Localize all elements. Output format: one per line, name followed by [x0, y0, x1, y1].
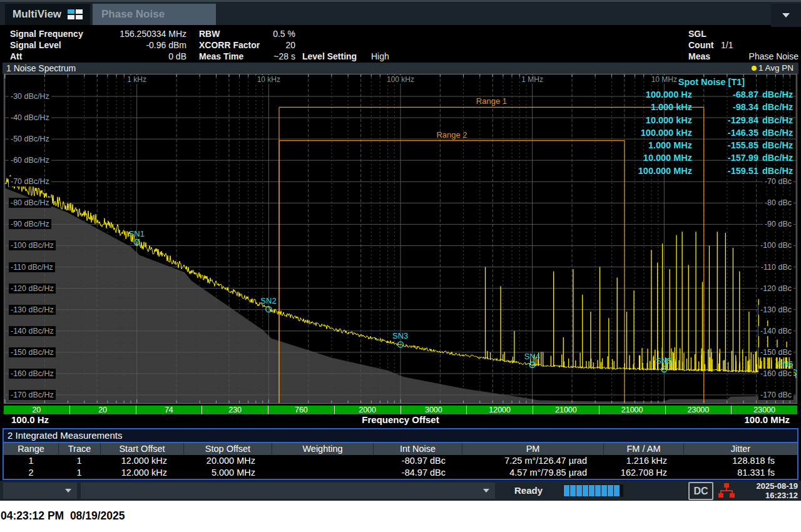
progress-segment	[564, 485, 569, 496]
integrated-table-cell: 162.708 Hz	[603, 467, 683, 479]
caption-text: 04:23:12 PM 08/19/2025	[1, 509, 125, 523]
top-frequency-label: 1 kHz	[126, 75, 148, 84]
integrated-col-header: Int Noise	[373, 443, 462, 455]
y-axis-label-left: -90 dBc/Hz	[9, 219, 51, 229]
spot-noise-row: 1.000 kHz-98.34dBc/Hz	[626, 101, 797, 113]
y-axis-label-right: -100 dBc	[758, 240, 793, 250]
noise-spectrum-titlebar[interactable]: 1 Noise Spectrum 1 Avg PN	[3, 63, 798, 74]
spot-noise-row: 10.000 MHz-157.99dBc/Hz	[626, 151, 797, 164]
spot-noise-offset: 100.000 Hz	[626, 88, 692, 101]
spot-noise-unit: dBc/Hz	[758, 139, 793, 151]
y-axis-label-right: -120 dBc	[758, 284, 793, 294]
spot-noise-title: Spot Noise [T1]	[626, 76, 797, 88]
xcorr-segment: 3000	[400, 406, 467, 414]
integrated-table-cell: 4.57 m°/79.85 µrad	[462, 467, 603, 479]
status-dropdown-left[interactable]	[3, 483, 77, 499]
spot-noise-unit: dBc/Hz	[758, 165, 793, 177]
integrated-table-cell	[272, 467, 373, 479]
att-value[interactable]: 0 dB	[94, 51, 186, 62]
y-axis-label-left: -160 dBc/Hz	[9, 369, 56, 379]
multiview-grid-icon	[68, 9, 83, 19]
xcorr-segment-bar: 2020742307602000300012000210002100023000…	[4, 406, 797, 414]
status-dropdown-main[interactable]	[81, 483, 495, 499]
chevron-down-icon	[483, 489, 489, 493]
top-frequency-label: 1 MHz	[520, 75, 544, 84]
y-axis-label-left: -40 dBc/Hz	[9, 113, 51, 123]
y-axis-label-left: -100 dBc/Hz	[9, 240, 56, 250]
chevron-down-icon	[65, 489, 71, 493]
y-axis-label-left: -170 dBc/Hz	[9, 390, 56, 400]
top-frequency-label: 100 kHz	[385, 75, 416, 84]
dc-coupling-indicator[interactable]: DC	[688, 482, 713, 500]
rbw-label: RBW	[199, 29, 220, 39]
integrated-table-cell: -80.97 dBc	[373, 455, 462, 467]
integrated-table-row[interactable]: 1112.000 kHz20.000 MHz-80.97 dBc7.25 m°/…	[4, 455, 797, 467]
integrated-table-cell: 7.25 m°/126.47 µrad	[462, 455, 603, 467]
xcorr-segment: 230	[202, 406, 268, 414]
progress-segment	[570, 485, 576, 496]
tab-phase-noise[interactable]: Phase Noise	[93, 4, 216, 25]
spot-noise-unit: dBc/Hz	[758, 114, 793, 126]
y-axis-label-left: -150 dBc/Hz	[9, 347, 56, 357]
integrated-col-header: Stop Offset	[183, 443, 272, 455]
spot-noise-offset: 10.000 MHz	[626, 151, 692, 164]
integrated-measurements-title: 2 Integrated Measurements	[4, 429, 797, 443]
level-setting-value[interactable]: High	[371, 51, 389, 62]
count-label: Count	[688, 40, 713, 51]
tab-multiview-label: MultiView	[13, 8, 61, 21]
meas-time-label: Meas Time	[199, 51, 243, 62]
integrated-col-header: FM / AM	[603, 443, 683, 455]
xcorr-factor-value[interactable]: 20	[238, 40, 295, 51]
rbw-value[interactable]: 0.5 %	[238, 29, 295, 39]
x-axis-stop-value: 100.0 MHz	[744, 414, 790, 425]
meas-value: Phase Noise	[711, 51, 798, 62]
integrated-table-cell: 128.818 fs	[683, 455, 797, 467]
att-label: Att	[10, 51, 22, 62]
integrated-table-cell: 1.216 kHz	[603, 455, 683, 467]
signal-level-value[interactable]: -0.96 dBm	[94, 40, 186, 51]
progress-segment	[583, 485, 588, 496]
integrated-measurements-window[interactable]: 2 Integrated Measurements RangeTraceStar…	[3, 428, 798, 480]
y-axis-label-right: -110 dBc	[759, 262, 793, 272]
signal-level-label: Signal Level	[10, 40, 61, 51]
integrated-table-cell	[272, 455, 373, 467]
status-date: 2025-08-19	[757, 481, 798, 491]
integrated-table-row[interactable]: 2112.000 kHz5.000 MHz-84.97 dBc4.57 m°/7…	[4, 467, 797, 479]
xcorr-segment: 20	[4, 406, 69, 414]
integrated-col-header: Start Offset	[100, 443, 183, 455]
spot-marker-label: SN1	[129, 229, 145, 238]
caption-strip: 04:23:12 PM 08/19/2025	[0, 501, 801, 532]
y-axis-label-right: -150 dBc	[758, 347, 793, 357]
spot-marker-label: SN3	[392, 331, 408, 340]
tab-overflow-button[interactable]	[771, 4, 801, 27]
analyzer-app: MultiView Phase Noise Signal Frequency 1…	[0, 0, 801, 501]
tab-bar: MultiView Phase Noise	[0, 0, 801, 25]
spot-noise-value: -157.99	[692, 151, 758, 164]
sgl-indicator: SGL	[688, 29, 707, 39]
integrated-table-cell: 12.000 kHz	[100, 467, 183, 479]
y-axis-label-left: -130 dBc/Hz	[9, 305, 56, 315]
chevron-down-icon	[782, 13, 790, 18]
spot-noise-offset: 100.000 MHz	[626, 165, 692, 177]
signal-frequency-label: Signal Frequency	[10, 29, 83, 39]
integrated-table-cell: 1	[58, 467, 100, 479]
level-setting-label: Level Setting	[302, 51, 357, 62]
signal-frequency-value[interactable]: 156.250334 MHz	[94, 29, 186, 39]
spot-noise-unit: dBc/Hz	[758, 88, 793, 101]
integrated-table-cell: 81.331 fs	[683, 467, 797, 479]
spot-noise-offset: 1.000 kHz	[626, 101, 692, 113]
progress-segment	[595, 485, 601, 496]
x-axis-title: Frequency Offset	[362, 414, 439, 425]
spot-noise-value: -155.85	[692, 139, 758, 151]
xcorr-segment: 23000	[665, 406, 732, 414]
meas-time-value[interactable]: ~28 s	[238, 51, 295, 62]
xcorr-segment: 12000	[466, 406, 533, 414]
spot-marker-label: SN4	[524, 352, 540, 361]
integrated-col-header: Trace	[58, 443, 100, 455]
progress-segment	[576, 485, 582, 496]
y-axis-label-right: -140 dBc	[758, 326, 793, 336]
integrated-table-header: RangeTraceStart OffsetStop OffsetWeighti…	[4, 443, 797, 455]
tab-multiview[interactable]: MultiView	[5, 4, 90, 25]
xcorr-segment: 21000	[599, 406, 665, 414]
spot-noise-row: 10.000 kHz-129.84dBc/Hz	[626, 114, 797, 126]
